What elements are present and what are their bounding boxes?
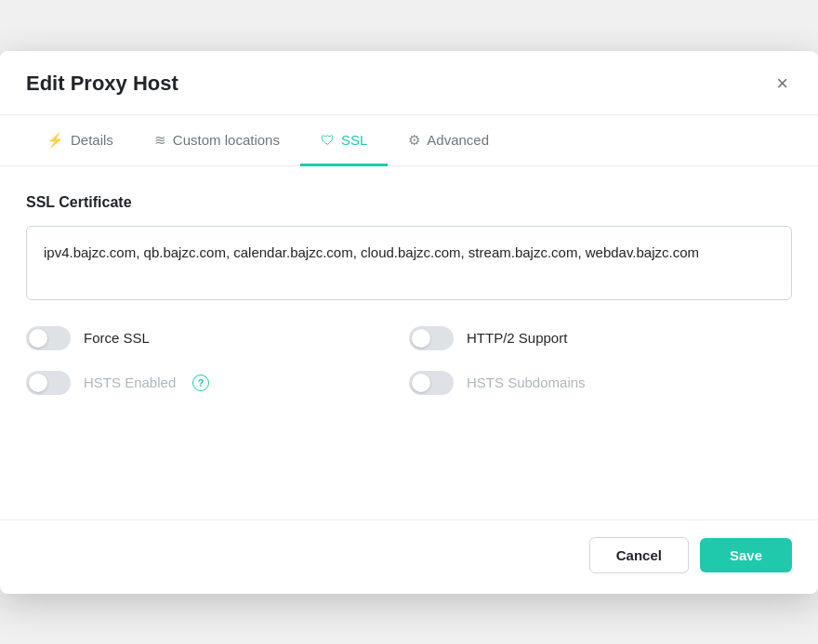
save-button[interactable]: Save [700,538,792,572]
shield-icon: 🛡 [321,132,335,148]
hsts-enabled-label: HSTS Enabled [84,375,176,390]
tab-ssl-label: SSL [341,132,367,148]
hsts-enabled-group: HSTS Enabled ? [26,371,409,395]
hsts-subdomains-group: HSTS Subdomains [409,371,792,395]
force-ssl-toggle[interactable] [26,326,71,350]
force-ssl-label: Force SSL [84,330,150,346]
force-ssl-slider [26,326,71,350]
http2-support-group: HTTP/2 Support [409,326,792,350]
tab-details[interactable]: ⚡ Details [26,115,134,166]
tab-custom-locations[interactable]: ≋ Custom locations [134,115,300,166]
tab-advanced-label: Advanced [427,132,489,148]
hsts-subdomains-toggle[interactable] [409,371,454,395]
modal: Edit Proxy Host × ⚡ Details ≋ Custom loc… [0,51,818,594]
close-button[interactable]: × [772,70,792,98]
toggle-row-1: Force SSL HTTP/2 Support [26,326,792,350]
hsts-enabled-toggle[interactable] [26,371,71,395]
force-ssl-group: Force SSL [26,326,409,350]
tab-details-label: Details [71,132,113,148]
cancel-button[interactable]: Cancel [589,537,689,573]
ssl-domains-display[interactable]: ipv4.bajzc.com, qb.bajzc.com, calendar.b… [26,226,792,300]
http2-support-label: HTTP/2 Support [467,330,567,346]
tab-custom-locations-label: Custom locations [173,132,280,148]
http2-support-toggle[interactable] [409,326,454,350]
modal-header: Edit Proxy Host × [0,51,818,115]
lightning-icon: ⚡ [46,132,64,149]
layers-icon: ≋ [154,132,166,149]
http2-support-slider [409,326,454,350]
hsts-enabled-slider [26,371,71,395]
hsts-subdomains-slider [409,371,454,395]
modal-overlay: Edit Proxy Host × ⚡ Details ≋ Custom loc… [0,0,818,644]
tab-ssl[interactable]: 🛡 SSL [300,115,388,166]
modal-footer: Cancel Save [0,519,818,594]
gear-icon: ⚙ [408,132,420,149]
modal-body: SSL Certificate ipv4.bajzc.com, qb.bajzc… [0,166,818,519]
tabs-bar: ⚡ Details ≋ Custom locations 🛡 SSL ⚙ Adv… [0,115,818,166]
hsts-help-icon[interactable]: ? [192,375,209,391]
hsts-subdomains-label: HSTS Subdomains [467,375,586,390]
tab-advanced[interactable]: ⚙ Advanced [388,115,509,166]
modal-title: Edit Proxy Host [26,72,178,96]
ssl-section-title: SSL Certificate [26,194,792,211]
toggle-row-2: HSTS Enabled ? HSTS Subdomains [26,371,792,395]
